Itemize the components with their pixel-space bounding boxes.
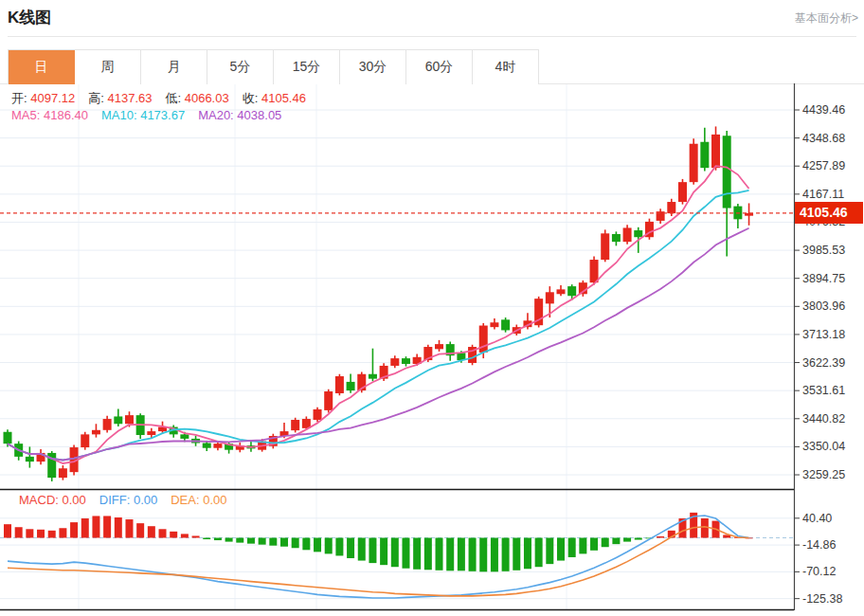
info-item: MACD: 0.00 [19, 493, 86, 507]
price-tick-label: 3259.25 [802, 467, 861, 482]
price-tick-label: 4167.11 [802, 187, 861, 202]
price-tick-label: 3350.04 [802, 439, 861, 454]
kline-module: K线图 基本面分析> 日周月5分15分30分60分4时 开: 4097.12高:… [0, 0, 864, 616]
price-tick-label: 3531.61 [802, 383, 861, 398]
info-item: 开: 4097.12 [11, 91, 75, 105]
ohlc-info-row: 开: 4097.12高: 4137.63低: 4066.03收: 4105.46 [11, 90, 319, 107]
price-tick-label: 3622.39 [802, 355, 861, 371]
price-tick-label: 3440.82 [802, 411, 861, 426]
ma-info-row: MA5: 4186.40MA10: 4173.67MA20: 4038.05 [11, 108, 295, 122]
tab-5分[interactable]: 5分 [207, 50, 274, 84]
tab-周[interactable]: 周 [75, 50, 141, 84]
tab-60分[interactable]: 60分 [406, 50, 473, 84]
current-price-badge: 4105.46 [795, 202, 863, 224]
candles-group [4, 126, 754, 481]
price-tick-label: 3894.75 [802, 271, 861, 286]
period-tabs: 日周月5分15分30分60分4时 [8, 49, 539, 83]
info-item: 收: 4105.46 [243, 91, 306, 105]
price-tick-label: 4348.68 [802, 131, 861, 146]
macd-tick-label: -14.86 [802, 537, 861, 553]
price-tick-label: 4257.89 [802, 158, 861, 173]
price-tick-label: 4439.46 [802, 102, 861, 118]
price-tick-label: 3713.18 [802, 327, 861, 342]
info-item: MA10: 4173.67 [101, 108, 185, 122]
macd-info-row: MACD: 0.00DIFF: 0.00DEA: 0.00 [19, 493, 241, 507]
tab-日[interactable]: 日 [9, 50, 75, 84]
info-item: 低: 4066.03 [165, 91, 228, 105]
macd-tick-label: -70.12 [802, 564, 861, 579]
tab-30分[interactable]: 30分 [340, 50, 406, 84]
price-tick-label: 3803.96 [802, 299, 861, 314]
tab-月[interactable]: 月 [141, 50, 207, 84]
info-item: MA5: 4186.40 [11, 108, 88, 122]
macd-tick-label: 40.40 [802, 511, 861, 526]
info-item: 高: 4137.63 [88, 91, 152, 105]
tab-15分[interactable]: 15分 [274, 50, 340, 84]
macd-tick-label: -125.38 [802, 591, 861, 607]
macd-hist-group [4, 513, 753, 571]
info-item: DIFF: 0.00 [99, 493, 157, 507]
info-item: DEA: 0.00 [171, 493, 226, 507]
info-item: MA20: 4038.05 [198, 108, 281, 122]
tab-4时[interactable]: 4时 [473, 50, 539, 84]
price-tick-label: 3985.53 [802, 243, 861, 258]
